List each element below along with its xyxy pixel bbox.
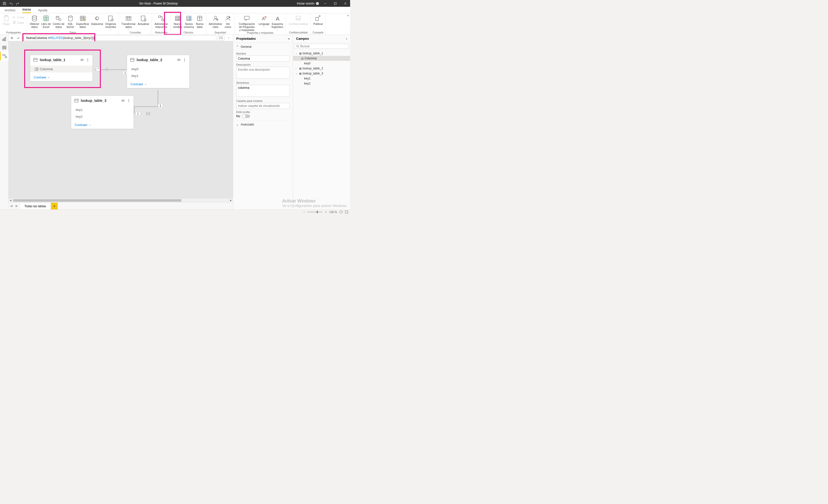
dataverse-button[interactable]: Dataverse (90, 14, 105, 31)
more-icon[interactable]: ⋮ (127, 98, 130, 102)
manage-relations-button[interactable]: Administrarrelaciones (154, 14, 169, 31)
name-input[interactable] (236, 55, 290, 61)
zoom-in-button[interactable]: + (325, 210, 327, 213)
description-input[interactable] (236, 67, 290, 79)
redo-icon[interactable] (15, 1, 20, 6)
more-icon[interactable]: ⋮ (86, 58, 89, 62)
tree-t3-key2[interactable]: key2 (293, 81, 350, 86)
fields-search[interactable] (294, 44, 348, 49)
language-button[interactable]: A字Lenguaje⌵ (257, 14, 271, 32)
tab-ayuda[interactable]: Ayuda (38, 8, 47, 13)
confidentiality-button[interactable]: Confidencialidad⌵ (288, 14, 309, 31)
table-2-field-key0[interactable]: key0 (127, 66, 190, 73)
view-as-button[interactable]: Vercomo (223, 14, 233, 31)
report-view-button[interactable] (0, 35, 8, 43)
close-button[interactable] (341, 0, 349, 7)
sheet-prev-button[interactable]: ◄ (8, 203, 14, 209)
table-2-field-key1[interactable]: key1 (127, 73, 190, 79)
eye-icon[interactable] (121, 98, 125, 102)
eye-icon[interactable] (80, 58, 84, 62)
copy-button[interactable]: Copia (11, 20, 26, 25)
ribbon-collapse-button[interactable]: ⌃ (345, 13, 350, 35)
new-column-button[interactable]: Nuevacolumna (183, 14, 195, 31)
recent-icon (107, 15, 114, 22)
new-table-button[interactable]: Nuevatabla (195, 14, 205, 31)
svg-rect-89 (345, 211, 348, 213)
sheet-tab-label: Todas las tablas (25, 205, 46, 208)
enter-data-button[interactable]: Especificardatos (75, 14, 90, 31)
data-view-button[interactable] (0, 43, 8, 52)
undo-icon[interactable] (8, 1, 13, 6)
fit-button[interactable] (339, 210, 342, 213)
fields-collapse-button[interactable]: › (346, 37, 347, 41)
folder-input[interactable] (236, 103, 290, 109)
formula-commit-button[interactable] (15, 35, 21, 41)
save-icon[interactable] (2, 1, 7, 6)
table-3-collapse[interactable]: Contraer (71, 121, 133, 129)
transform-button[interactable]: Transformardatos⌵ (121, 14, 137, 31)
hidden-toggle[interactable] (242, 115, 250, 118)
table-icon: ▦ (299, 52, 301, 55)
collapse-label: Contraer (34, 76, 46, 79)
zoom-slider[interactable] (307, 211, 323, 212)
model-canvas[interactable]: * 1 1 1 lookup_table_1 ⋮ Columna Contrae… (8, 41, 233, 202)
sheet-next-button[interactable]: ► (14, 203, 19, 209)
table-3-field-key2[interactable]: key2 (71, 113, 133, 120)
formula-dropdown-button[interactable] (218, 35, 224, 41)
tab-inicio[interactable]: Inicio (23, 7, 31, 13)
table-1-collapse[interactable]: Contraer (30, 74, 92, 81)
database-icon (31, 15, 38, 22)
tree-t3-key1[interactable]: key1 (293, 76, 350, 81)
signin-button[interactable]: Iniciar sesión (297, 2, 319, 5)
view-bar (0, 35, 8, 210)
advanced-label: Avanzado (241, 123, 254, 126)
tab-archivo[interactable]: Archivo (4, 8, 15, 13)
sheet-add-button[interactable]: + (51, 203, 58, 210)
formula-cancel-button[interactable] (9, 35, 14, 41)
recent-button[interactable]: Orígenesrecientes⌵ (104, 14, 117, 31)
manage-roles-button[interactable]: Administrarroles (208, 14, 223, 31)
model-view-button[interactable] (0, 52, 8, 60)
formula-editor[interactable]: 1 NuevaColumna = RELATED ( lookup_table_… (22, 35, 216, 41)
section-general[interactable]: ⌃General (236, 43, 290, 50)
get-data-button[interactable]: Obtenerdatos⌵ (29, 14, 40, 31)
schema-button[interactable]: AEsquemalingüístico⌵ (271, 14, 284, 32)
table-1-field-columna[interactable]: Columna (30, 66, 92, 73)
sheet-tab-all[interactable]: Todas las tablas (19, 203, 51, 210)
tree-t1-columna[interactable]: ▥Columna (293, 56, 350, 61)
table-card-3[interactable]: lookup_table_3 ⋮ key1 key2 Contraer (71, 95, 134, 129)
section-advanced[interactable]: ⌄Avanzado (236, 121, 290, 128)
refresh-button[interactable]: Actualizar (136, 14, 150, 31)
publish-button[interactable]: Publicar (313, 14, 324, 31)
eye-icon[interactable] (177, 58, 181, 62)
canvas-hscroll[interactable]: ◄► (8, 198, 233, 202)
tree-table-2[interactable]: ›▦lookup_table_2 (293, 66, 350, 71)
minimize-button[interactable] (322, 0, 329, 7)
properties-collapse-button[interactable]: » (288, 37, 290, 41)
sql-button[interactable]: SQLServer (66, 14, 75, 31)
hidden-value: No (236, 115, 240, 118)
tree-table-3[interactable]: ⌄▦lookup_table_3 (293, 71, 350, 76)
more-icon[interactable]: ⋮ (183, 58, 187, 62)
qa-setup-button[interactable]: Configuración de Preguntasy respuestas (236, 14, 257, 32)
tree-t1-key0[interactable]: key0 (293, 61, 350, 66)
table-card-1[interactable]: lookup_table_1 ⋮ Columna Contraer (30, 55, 93, 82)
maximize-button[interactable] (331, 0, 339, 7)
general-label: General (241, 45, 251, 48)
synonyms-input[interactable] (236, 85, 290, 97)
table-card-2[interactable]: lookup_table_2 ⋮ key0 key1 Contraer (127, 55, 190, 88)
rel-cardinality-one-b: 1 (158, 103, 163, 108)
fullscreen-button[interactable] (345, 210, 348, 213)
formula-expand-button[interactable] (226, 35, 232, 41)
table-2-collapse[interactable]: Contraer (127, 80, 190, 88)
new-measure-button[interactable]: Nuevamedida (172, 14, 183, 31)
rel-cardinality-one-c: 1 (135, 112, 140, 116)
paste-button[interactable]: Pegar (1, 14, 11, 31)
table-3-field-key1[interactable]: key1 (71, 107, 133, 113)
fields-search-input[interactable] (300, 44, 347, 48)
data-hub-button[interactable]: Centro dedatos⌵ (52, 14, 66, 31)
tree-table-1[interactable]: ⌄▦lookup_table_1 (293, 51, 350, 56)
cut-button[interactable]: Cortar (11, 15, 26, 20)
zoom-out-button[interactable]: − (303, 210, 305, 213)
excel-button[interactable]: Libro deExcel (40, 14, 52, 31)
